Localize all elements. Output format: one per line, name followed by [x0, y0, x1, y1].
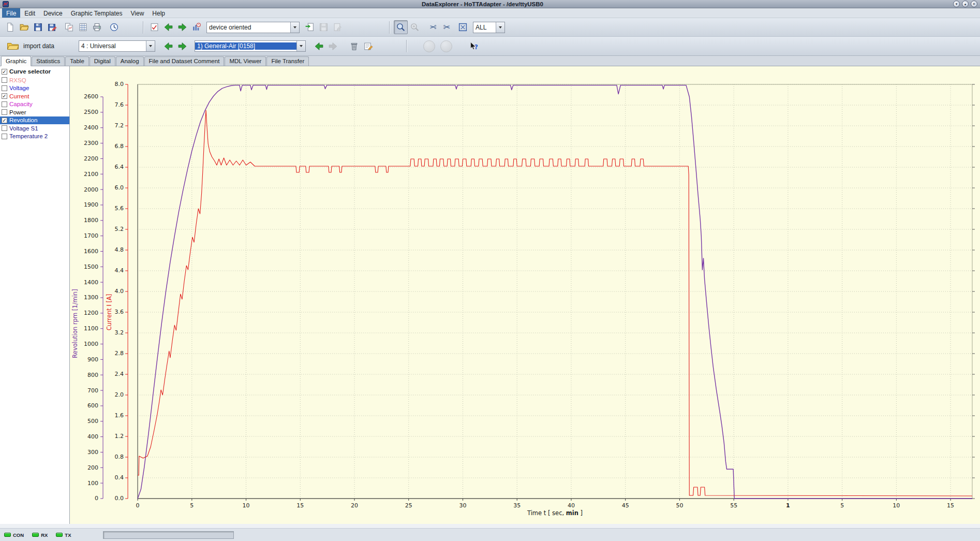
- edit-recordset-button[interactable]: [361, 39, 375, 53]
- tab-table[interactable]: Table: [65, 56, 89, 66]
- curve-item-capacity[interactable]: Capacity: [0, 100, 69, 109]
- arrow-right-green-icon: [177, 41, 187, 51]
- curve-checkbox-revolution[interactable]: ✓: [2, 118, 7, 123]
- print-button[interactable]: [90, 20, 104, 34]
- graph-area[interactable]: 0510152025303540455055151015Time t [ sec…: [70, 66, 980, 524]
- menu-graphic-templates[interactable]: Graphic Templates: [67, 8, 127, 18]
- curve-item-current[interactable]: ✓Current: [0, 92, 69, 100]
- capture-stop-button: [440, 40, 452, 52]
- curve-checkbox-current[interactable]: ✓: [2, 93, 7, 99]
- copy-graphics-button[interactable]: [62, 20, 76, 34]
- cut-left-button[interactable]: ✂: [426, 20, 440, 34]
- menu-file[interactable]: File: [2, 8, 20, 18]
- scope-dropdown-arrow-icon[interactable]: [496, 22, 504, 33]
- import-data-button[interactable]: import data: [3, 39, 60, 53]
- curve-item-voltage[interactable]: Voltage: [0, 84, 69, 93]
- revolution-tick-label: 1800: [84, 217, 98, 224]
- minimize-icon: ▾: [956, 2, 958, 6]
- prev-recordset-button[interactable]: [312, 39, 326, 53]
- current-tick-label: 2.0: [115, 392, 124, 399]
- rx-led-icon: [32, 533, 39, 537]
- scope-combo[interactable]: ALL: [473, 22, 505, 33]
- tab-statistics[interactable]: Statistics: [32, 56, 65, 66]
- curve-item-temperature-2[interactable]: Temperature 2: [0, 133, 69, 141]
- revolution-tick-label: 700: [87, 387, 98, 394]
- save-as-button[interactable]: [45, 20, 59, 34]
- minimize-button[interactable]: ▾: [953, 1, 960, 7]
- prev-record-button[interactable]: [161, 20, 175, 34]
- save-icon: [33, 22, 43, 32]
- prev-channel-button[interactable]: [161, 39, 175, 53]
- context-help-button[interactable]: ?: [467, 39, 481, 53]
- channel-dropdown-arrow-icon[interactable]: [146, 41, 155, 51]
- curve-selector-checkbox[interactable]: ✓: [2, 69, 7, 75]
- curve-checkbox-temperature-2[interactable]: [2, 134, 7, 139]
- x-tick-label: 50: [676, 502, 683, 509]
- recordset-value: 1) General-Air [0158]: [195, 42, 296, 50]
- open-file-button[interactable]: [17, 20, 31, 34]
- view-mode-dropdown-arrow-icon[interactable]: [290, 22, 299, 33]
- recordset-dropdown-arrow-icon[interactable]: [296, 41, 305, 51]
- tab-file-and-dataset-comment[interactable]: File and Dataset Comment: [144, 56, 225, 66]
- rx-led-label: RX: [41, 532, 48, 538]
- time-axis-mode-button[interactable]: [189, 20, 203, 34]
- channel-combo[interactable]: 4 : Universal: [79, 40, 155, 52]
- toolbar-separator: [406, 40, 407, 52]
- tab-analog[interactable]: Analog: [116, 56, 144, 66]
- x-tick-label: 1: [786, 502, 790, 509]
- graphics-template-button[interactable]: [147, 20, 161, 34]
- maximize-icon: ▴: [964, 2, 967, 6]
- zoom-window-button[interactable]: [394, 20, 408, 34]
- cut-left-scissors-icon: ✂: [429, 23, 436, 32]
- next-channel-button[interactable]: [175, 39, 189, 53]
- curve-checkbox-capacity[interactable]: [2, 101, 7, 107]
- capture-start-button: [423, 40, 435, 52]
- tab-graphic[interactable]: Graphic: [1, 56, 31, 66]
- view-mode-value: device oriented: [207, 24, 290, 31]
- tab-file-transfer[interactable]: File Transfer: [266, 56, 309, 66]
- x-tick-label: 10: [893, 502, 900, 509]
- save-template-icon: [319, 22, 329, 32]
- menu-help[interactable]: Help: [148, 8, 169, 18]
- delete-recordset-button[interactable]: [347, 39, 361, 53]
- menu-device[interactable]: Device: [39, 8, 67, 18]
- current-tick-label: 5.2: [115, 226, 124, 233]
- tab-digital[interactable]: Digital: [90, 56, 115, 66]
- recordset-combo[interactable]: 1) General-Air [0158]: [195, 40, 306, 52]
- import-template-button[interactable]: [303, 20, 317, 34]
- channel-value: 4 : Universal: [79, 42, 146, 50]
- tab-mdl-viewer[interactable]: MDL Viewer: [225, 56, 266, 66]
- cut-right-button[interactable]: ✂: [440, 20, 454, 34]
- tabbar: GraphicStatisticsTableDigitalAnalogFile …: [0, 56, 980, 66]
- titlebar: DataExplorer - HoTTAdapter - /dev/ttyUSB…: [0, 0, 980, 8]
- time-settings-button[interactable]: [107, 20, 121, 34]
- close-button[interactable]: ✕: [971, 1, 977, 7]
- curve-checkbox-voltage[interactable]: [2, 85, 7, 91]
- current-tick-label: 6.0: [115, 185, 124, 192]
- revolution-tick-label: 200: [87, 464, 98, 471]
- scope-value: ALL: [473, 24, 496, 31]
- save-template-button: [317, 20, 331, 34]
- view-mode-combo[interactable]: device oriented: [206, 22, 300, 33]
- curve-checkbox-power[interactable]: [2, 109, 7, 115]
- tx-led-label: TX: [65, 532, 71, 538]
- copy-table-button[interactable]: [76, 20, 90, 34]
- revolution-tick-label: 2600: [84, 94, 98, 100]
- menu-view[interactable]: View: [127, 8, 149, 18]
- right-edge-ticks: [972, 84, 975, 499]
- curve-item-revolution[interactable]: ✓Revolution: [0, 116, 69, 125]
- maximize-button[interactable]: ▴: [962, 1, 969, 7]
- graph-canvas[interactable]: 0510152025303540455055151015Time t [ sec…: [70, 66, 980, 524]
- revolution-tick-label: 2500: [84, 109, 98, 115]
- new-file-button[interactable]: [3, 20, 17, 34]
- curve-checkbox-voltage-s1[interactable]: [2, 125, 7, 131]
- menu-edit[interactable]: Edit: [20, 8, 39, 18]
- curve-item-power[interactable]: Power: [0, 108, 69, 116]
- curve-checkbox-rxsq[interactable]: [2, 77, 7, 83]
- fit-window-button[interactable]: [456, 20, 470, 34]
- curve-item-voltage-s1[interactable]: Voltage S1: [0, 124, 69, 133]
- save-button[interactable]: [31, 20, 45, 34]
- plot-background: [70, 66, 980, 524]
- curve-item-rxsq[interactable]: RXSQ: [0, 76, 69, 84]
- next-record-button[interactable]: [175, 20, 189, 34]
